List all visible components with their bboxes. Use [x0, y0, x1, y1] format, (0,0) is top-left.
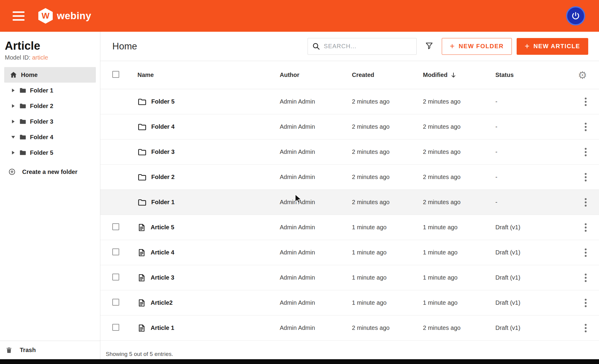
row-menu-icon[interactable] — [584, 324, 587, 333]
row-created: 1 minute ago — [352, 299, 423, 306]
row-checkbox[interactable] — [112, 248, 119, 255]
new-article-button[interactable]: + NEW ARTICLE — [517, 38, 588, 55]
table-row[interactable]: Folder 1Admin Admin2 minutes ago2 minute… — [100, 190, 599, 215]
row-checkbox[interactable] — [112, 274, 119, 280]
row-menu-icon[interactable] — [584, 298, 587, 307]
row-status: Draft (v1) — [495, 249, 569, 256]
bottom-bar — [0, 359, 599, 364]
model-id-value: article — [32, 54, 48, 61]
sidebar-item-home[interactable]: Home — [4, 67, 96, 83]
row-created: 2 minutes ago — [352, 123, 423, 130]
sidebar-item-folder-1[interactable]: Folder 1 — [4, 83, 96, 98]
filter-button[interactable] — [425, 42, 433, 51]
row-checkbox[interactable] — [112, 223, 119, 230]
folder-icon — [19, 87, 26, 94]
sidebar-item-folder-4[interactable]: Folder 4 — [4, 129, 96, 145]
chevron-right-icon[interactable] — [11, 151, 16, 155]
row-checkbox[interactable] — [112, 324, 119, 331]
sidebar-item-folder-5[interactable]: Folder 5 — [4, 145, 96, 160]
document-icon — [137, 324, 146, 332]
row-name[interactable]: Article 1 — [137, 324, 280, 332]
model-id: Model ID: article — [0, 54, 100, 67]
sidebar-item-folder-2[interactable]: Folder 2 — [4, 98, 96, 114]
sidebar-footer: Trash — [0, 341, 100, 359]
row-menu-icon[interactable] — [584, 173, 587, 182]
row-modified: 2 minutes ago — [423, 324, 495, 331]
row-name[interactable]: Folder 4 — [137, 122, 280, 131]
new-folder-button[interactable]: + NEW FOLDER — [442, 38, 512, 55]
row-menu-icon[interactable] — [584, 273, 587, 282]
settings-gear-icon[interactable]: ⚙ — [578, 70, 587, 80]
sidebar-item-label: Folder 5 — [30, 149, 53, 156]
circle-plus-icon — [8, 168, 16, 175]
table-row[interactable]: Article2Admin Admin1 minute ago1 minute … — [100, 290, 599, 316]
trash-label: Trash — [20, 347, 36, 354]
row-name[interactable]: Folder 1 — [137, 198, 280, 207]
table-row[interactable]: Folder 3Admin Admin2 minutes ago2 minute… — [100, 139, 599, 165]
table-row[interactable]: Article 4Admin Admin1 minute ago1 minute… — [100, 240, 599, 265]
row-menu-icon[interactable] — [584, 198, 587, 207]
row-menu-icon[interactable] — [584, 148, 587, 157]
row-checkbox[interactable] — [112, 299, 119, 306]
row-status: Draft (v1) — [495, 324, 569, 331]
table-row[interactable]: Folder 2Admin Admin2 minutes ago2 minute… — [100, 165, 599, 190]
trash-button[interactable]: Trash — [5, 347, 36, 354]
row-modified: 1 minute ago — [423, 249, 495, 256]
topbar: W webiny — [0, 0, 599, 32]
row-name-label: Folder 2 — [151, 174, 175, 181]
row-author: Admin Admin — [280, 299, 352, 306]
row-name[interactable]: Folder 2 — [137, 173, 280, 182]
webiny-logo: W webiny — [38, 8, 91, 24]
row-created: 2 minutes ago — [352, 324, 423, 331]
sidebar-item-label: Folder 3 — [30, 118, 53, 125]
row-author: Admin Admin — [280, 148, 352, 155]
chevron-right-icon[interactable] — [11, 119, 16, 124]
table-row[interactable]: Folder 5Admin Admin2 minutes ago2 minute… — [100, 89, 599, 114]
sidebar-item-label: Folder 2 — [30, 103, 53, 110]
search-box[interactable] — [308, 38, 417, 55]
row-menu-icon[interactable] — [584, 122, 587, 131]
sidebar-item-label: Folder 1 — [30, 87, 53, 94]
modified-label: Modified — [423, 72, 447, 78]
row-name[interactable]: Article 4 — [137, 248, 280, 257]
row-menu-icon[interactable] — [584, 248, 587, 257]
row-status: - — [495, 123, 569, 130]
row-menu-icon[interactable] — [584, 223, 587, 232]
row-name[interactable]: Folder 3 — [137, 148, 280, 157]
row-created: 1 minute ago — [352, 249, 423, 256]
row-author: Admin Admin — [280, 274, 352, 281]
sidebar-item-label: Folder 4 — [30, 134, 53, 141]
row-menu-icon[interactable] — [584, 97, 587, 106]
table-row[interactable]: Article 3Admin Admin1 minute ago1 minute… — [100, 265, 599, 290]
chevron-right-icon[interactable] — [11, 104, 16, 108]
folder-icon — [137, 198, 146, 207]
chevron-down-icon[interactable] — [11, 135, 16, 139]
document-icon — [137, 248, 146, 257]
folder-icon — [137, 148, 146, 157]
chevron-right-icon[interactable] — [11, 88, 16, 92]
select-all-checkbox[interactable] — [112, 71, 119, 78]
table-row[interactable]: Folder 4Admin Admin2 minutes ago2 minute… — [100, 114, 599, 139]
column-header-created[interactable]: Created — [352, 72, 423, 78]
row-name[interactable]: Article 5 — [137, 223, 280, 232]
plus-icon: + — [525, 42, 530, 50]
create-folder-button[interactable]: Create a new folder — [4, 165, 96, 179]
table-row[interactable]: Article 1Admin Admin2 minutes ago2 minut… — [100, 316, 599, 341]
column-header-modified[interactable]: Modified — [423, 72, 495, 79]
row-name-label: Folder 5 — [151, 98, 175, 105]
sidebar-item-folder-3[interactable]: Folder 3 — [4, 114, 96, 129]
app-root: W webiny Article Model ID: article HomeF… — [0, 0, 599, 359]
menu-icon[interactable] — [13, 11, 25, 21]
row-name[interactable]: Article 3 — [137, 274, 280, 282]
document-icon — [137, 299, 146, 307]
column-header-name[interactable]: Name — [137, 72, 280, 78]
table-row[interactable]: Article 5Admin Admin1 minute ago1 minute… — [100, 215, 599, 240]
row-name[interactable]: Folder 5 — [137, 97, 280, 106]
column-header-status[interactable]: Status — [495, 72, 569, 78]
row-name[interactable]: Article2 — [137, 299, 280, 307]
column-header-author[interactable]: Author — [280, 72, 352, 78]
search-input[interactable] — [324, 43, 412, 50]
funnel-icon — [425, 42, 433, 51]
account-button[interactable] — [566, 6, 585, 25]
entries-count: Showing 5 out of 5 entries. — [106, 351, 173, 357]
